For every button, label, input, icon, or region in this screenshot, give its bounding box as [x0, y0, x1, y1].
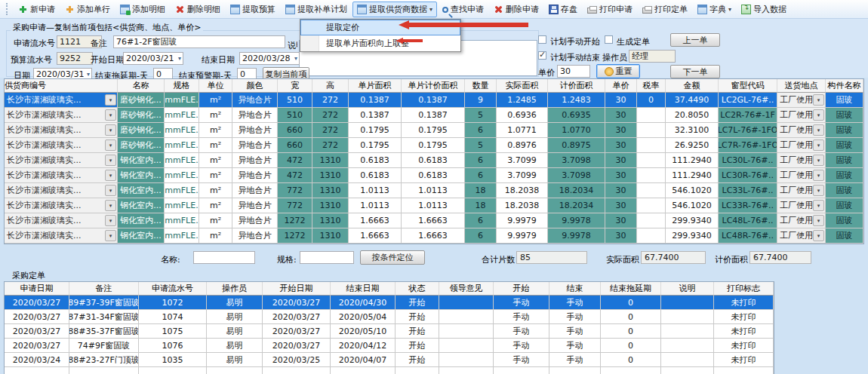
operator-field[interactable]: 经理 [629, 50, 676, 63]
toolbar-button-add-detail[interactable]: 添加明细 [115, 2, 170, 17]
cell-supplier[interactable]: 长沙市潇湘玻璃实...▾ [5, 138, 118, 153]
chevron-down-icon[interactable]: ▾ [178, 55, 181, 62]
toolbar-button-import-data[interactable]: 导入数据 [737, 2, 791, 17]
cell-delivery[interactable]: 工厂使用▾ [777, 198, 826, 213]
chevron-down-icon[interactable]: ▾ [105, 94, 116, 106]
table-row[interactable]: 2020/03/2788#35-37F窗固玻1075易明2020/03/2720… [5, 324, 774, 339]
column-header-unit[interactable]: 单位 [199, 79, 232, 93]
column-header-height[interactable]: 高 [312, 79, 349, 93]
filter-name-input[interactable] [193, 251, 255, 264]
manual-end-checkbox[interactable] [538, 51, 546, 60]
chevron-down-icon[interactable]: ▾ [87, 71, 90, 78]
cell-delivery[interactable]: 工厂使用▾ [777, 228, 826, 244]
cell-delivery[interactable]: 工厂使用▾ [777, 153, 826, 168]
chevron-down-icon[interactable]: ▾ [105, 230, 116, 241]
column-header-window_code[interactable]: 窗型代码 [719, 79, 777, 93]
cell-supplier[interactable]: 长沙市潇湘玻璃实...▾ [5, 198, 118, 213]
toolbar-grip[interactable] [6, 3, 10, 15]
table-row[interactable]: 长沙市潇湘玻璃实...▾磨砂钢化...6mmFLE...m²异地合片660272… [5, 138, 863, 153]
table-row[interactable]: 长沙市潇湘玻璃实...▾磨砂钢化...6mmFLE...m²异地合片660272… [5, 123, 863, 138]
column-header-supplier[interactable]: 供货商编号 [5, 79, 118, 93]
cell-supplier[interactable]: 长沙市潇湘玻璃实...▾ [5, 228, 118, 244]
column-header-end[interactable]: 结束 [549, 282, 601, 296]
column-header-delivery[interactable]: 送货地点 [777, 79, 826, 93]
chevron-down-icon[interactable]: ▾ [813, 109, 824, 121]
table-row[interactable]: 长沙市潇湘玻璃实...▾钢化室内...6mmFLE...m²异地合片472131… [5, 153, 863, 168]
table-row[interactable]: 长沙市潇湘玻璃实...▾钢化室内...6mmFLE...m²异地合片472131… [5, 168, 863, 183]
toolbar-button-print-order[interactable]: 打印定单 [638, 2, 692, 17]
column-header-operator[interactable]: 操作员 [207, 282, 263, 296]
chevron-down-icon[interactable]: ▾ [813, 139, 824, 151]
toolbar-button-save[interactable]: 存盘 [544, 2, 582, 17]
locate-by-condition-button[interactable]: 按条件定位 [360, 250, 425, 265]
chevron-down-icon[interactable]: ▾ [813, 215, 824, 226]
column-header-component[interactable]: 构件名称 [826, 79, 863, 93]
column-header-color[interactable]: 颜色 [232, 79, 278, 93]
cell-supplier[interactable]: 长沙市潇湘玻璃实...▾ [5, 168, 118, 183]
cell-delivery[interactable]: 工厂使用▾ [777, 123, 826, 138]
chevron-down-icon[interactable]: ▾ [813, 230, 824, 241]
chevron-down-icon[interactable]: ▾ [294, 55, 297, 62]
toolbar-button-add-single-row[interactable]: 添加单行 [60, 2, 115, 17]
note-field[interactable]: 76#1-2F窗固玻 [113, 35, 285, 48]
table-row[interactable]: 长沙市潇湘玻璃实...▾钢化室内...6mmFLE...m²异地合片127213… [5, 228, 863, 244]
column-header-name[interactable]: 名称 [118, 79, 165, 93]
cell-supplier[interactable]: 长沙市潇湘玻璃实...▾ [5, 108, 118, 123]
chevron-down-icon[interactable]: ▾ [105, 155, 116, 166]
cell-supplier[interactable]: 长沙市潇湘玻璃实...▾ [5, 93, 118, 108]
chevron-down-icon[interactable]: ▾ [105, 109, 116, 121]
column-header-width[interactable]: 宽 [278, 79, 312, 93]
toolbar-button-find-request[interactable]: 查找申请 [438, 2, 488, 17]
cell-delivery[interactable]: 工厂使用▾ [777, 213, 826, 228]
generate-order-checkbox[interactable] [605, 35, 613, 44]
table-row[interactable]: 2020/03/2789#37-39F窗固玻1072易明2020/03/2720… [5, 296, 774, 310]
column-header-piece_price_area[interactable]: 单片计价面积 [402, 79, 465, 93]
table-row[interactable]: 长沙市潇湘玻璃实...▾钢化室内...6mmFLE...m²异地合片127213… [5, 213, 863, 228]
column-header-start_date[interactable]: 开始日期 [263, 282, 331, 296]
filter-spec-input[interactable] [300, 251, 354, 264]
start-date-combo[interactable]: 2020/03/21▾ [123, 52, 183, 65]
table-row[interactable]: 长沙市潇湘玻璃实...▾磨砂钢化...6mmFLE...m²异地合片510272… [5, 108, 863, 123]
table-row[interactable]: 2020/03/2774#9F窗固玻1076易明2020/03/272020/0… [5, 339, 774, 353]
unit-price-field[interactable]: 30 [557, 65, 590, 78]
chevron-down-icon[interactable]: ▾ [105, 200, 116, 211]
chevron-down-icon[interactable]: ▾ [429, 6, 432, 13]
column-header-delay[interactable]: 结束拖延期 [601, 282, 661, 296]
chevron-down-icon[interactable]: ▾ [105, 215, 116, 226]
column-header-tax[interactable]: 税率 [637, 79, 666, 93]
chevron-down-icon[interactable]: ▾ [813, 124, 824, 136]
toolbar-button-delete-request[interactable]: 删除申请 [489, 2, 543, 17]
cell-supplier[interactable]: 长沙市潇湘玻璃实...▾ [5, 123, 118, 138]
cell-supplier[interactable]: 长沙市潇湘玻璃实...▾ [5, 213, 118, 228]
column-header-end_date[interactable]: 结束日期 [331, 282, 396, 296]
chevron-down-icon[interactable]: ▾ [105, 170, 116, 181]
chevron-down-icon[interactable]: ▾ [813, 185, 824, 196]
toolbar-button-extract-supplement-plan[interactable]: 提取补单计划 [281, 2, 352, 17]
cell-delivery[interactable]: 工厂使用▾ [777, 183, 826, 198]
menu-item[interactable]: 提取单片面积向上取整 [300, 35, 460, 51]
toolbar-button-dictionary[interactable]: 字典▾ [693, 2, 736, 17]
column-header-note[interactable]: 备注 [69, 282, 139, 296]
cell-delivery[interactable]: 工厂使用▾ [777, 138, 826, 153]
column-header-req_date[interactable]: 申请日期 [5, 282, 69, 296]
table-row[interactable]: 长沙市潇湘玻璃实...▾磨砂钢化...6mmFLE...m²异地合片510272… [5, 93, 863, 108]
chevron-down-icon[interactable]: ▾ [813, 200, 824, 211]
column-header-desc[interactable]: 说明 [661, 282, 714, 296]
column-header-unit_price[interactable]: 单价 [605, 79, 637, 93]
column-header-leader[interactable]: 领导意见 [439, 282, 494, 296]
toolbar-button-print-request[interactable]: 打印申请 [583, 2, 637, 17]
chevron-down-icon[interactable]: ▾ [105, 124, 116, 136]
chevron-down-icon[interactable]: ▾ [813, 170, 824, 181]
toolbar-button-extract-supplier-data[interactable]: 提取供货商数据▾ [352, 2, 437, 17]
toolbar-button-new-request[interactable]: 新申请 [14, 2, 60, 17]
chevron-down-icon[interactable]: ▾ [813, 94, 824, 106]
column-header-status[interactable]: 状态 [396, 282, 439, 296]
column-header-print[interactable]: 打印标志 [714, 282, 774, 296]
manual-start-checkbox[interactable] [538, 35, 546, 44]
table-row[interactable]: 2020/03/2488#23-27F门顶玻1035易明2020/03/2520… [5, 353, 774, 367]
column-header-actual_area[interactable]: 实际面积 [497, 79, 548, 93]
next-order-button[interactable]: 下一单 [670, 65, 720, 78]
column-header-price_area[interactable]: 计价面积 [548, 79, 605, 93]
chevron-down-icon[interactable]: ▾ [728, 6, 731, 13]
column-header-piece_area[interactable]: 单片面积 [349, 79, 402, 93]
